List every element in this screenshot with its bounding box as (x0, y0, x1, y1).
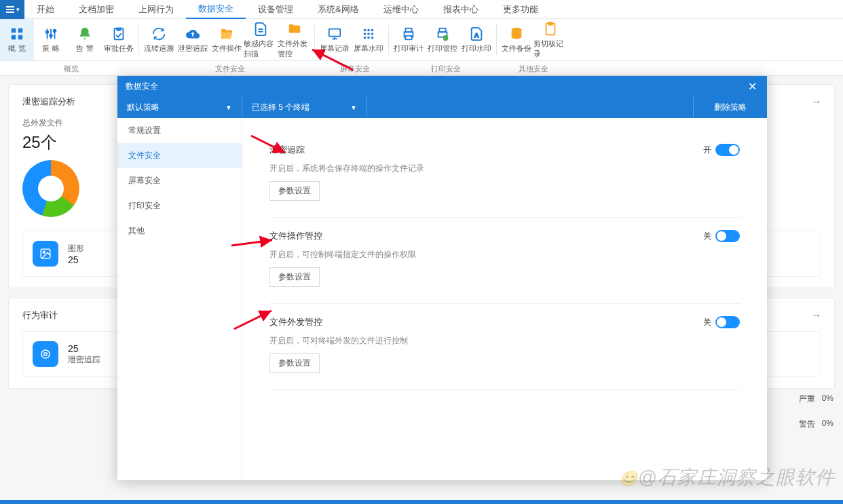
ribbon-label: 文件外发管控 (278, 39, 312, 59)
param-settings-button[interactable]: 参数设置 (269, 267, 320, 287)
ribbon-file-backup[interactable]: 文件备份 (500, 19, 533, 60)
svg-text:A: A (474, 32, 479, 39)
printer-shield-icon (434, 26, 451, 42)
ribbon-label: 策 略 (42, 43, 59, 54)
menu-item-8[interactable]: 更多功能 (491, 0, 550, 19)
right-stats-panel: 严重0%警告0% (799, 393, 833, 444)
sliders-icon (43, 26, 59, 42)
grid-icon (9, 26, 25, 42)
ribbon-label: 打印审计 (394, 43, 424, 54)
svg-point-24 (371, 33, 374, 35)
expand-arrow-icon[interactable]: → (811, 96, 822, 108)
svg-point-27 (371, 37, 374, 39)
ribbon-print-ctrl[interactable]: 打印管控 (426, 19, 460, 60)
ribbon-approval[interactable]: 审批任务 (102, 19, 136, 60)
svg-rect-5 (12, 35, 16, 39)
policy-label: 默认策略 (127, 102, 160, 113)
menu-item-5[interactable]: 系统&网络 (305, 0, 371, 19)
svg-rect-16 (329, 29, 341, 37)
bell-icon (77, 26, 93, 42)
top-menubar: ▾ 开始文档加密上网行为数据安全设备管理系统&网络运维中心报表中心更多功能 (0, 0, 843, 19)
ribbon-alert[interactable]: 告 警 (68, 19, 102, 60)
setting-block-0: 泄密追踪开开启后，系统将会保存终端的操作文件记录参数设置 (269, 132, 740, 218)
modal-title: 数据安全 (126, 81, 158, 92)
ribbon-file-op[interactable]: 文件操作 (210, 19, 244, 60)
svg-rect-30 (405, 36, 411, 40)
ribbon-label: 打印管控 (428, 43, 457, 54)
menu-item-4[interactable]: 设备管理 (246, 0, 305, 19)
menu-item-3[interactable]: 数据安全 (186, 0, 246, 19)
menu-item-6[interactable]: 运维中心 (371, 0, 431, 19)
modal-side-item-4[interactable]: 其他 (117, 218, 242, 244)
modal-side-item-0[interactable]: 常规设置 (117, 118, 242, 143)
param-settings-button[interactable]: 参数设置 (269, 353, 320, 373)
toggle-switch[interactable] (715, 316, 740, 328)
modal-side-item-3[interactable]: 打印安全 (117, 193, 242, 218)
setting-block-1: 文件操作管控关开启后，可控制终端指定文件的操作权限参数设置 (269, 218, 740, 304)
delete-policy-button[interactable]: 删除策略 (693, 96, 767, 118)
policy-dropdown[interactable]: 默认策略 ▼ (117, 96, 242, 118)
svg-rect-3 (12, 28, 16, 33)
modal-subheader: 默认策略 ▼ 已选择 5 个终端 ▼ 删除策略 (117, 96, 767, 118)
close-icon[interactable]: ✕ (745, 80, 759, 93)
menu-item-7[interactable]: 报表中心 (431, 0, 491, 19)
ribbon-label: 剪切板记录 (533, 39, 567, 59)
modal-content: 泄密追踪开开启后，系统将会保存终端的操作文件记录参数设置文件操作管控关开启后，可… (242, 118, 767, 480)
setting-desc: 开启后，系统将会保存终端的操作文件记录 (269, 163, 740, 174)
ribbon-outgoing-ctrl[interactable]: 文件外发管控 (278, 19, 312, 60)
ribbon-label: 审批任务 (104, 43, 134, 54)
svg-point-38 (43, 251, 45, 253)
folder-icon (286, 21, 303, 37)
ribbon-leak-trace[interactable]: 泄密追踪 (176, 19, 210, 60)
menu-item-2[interactable]: 上网行为 (126, 0, 186, 19)
setting-desc: 开启后，可控制终端指定文件的操作权限 (269, 249, 740, 260)
param-settings-button[interactable]: 参数设置 (269, 181, 320, 201)
file-a-icon: A (468, 26, 485, 42)
menu-item-1[interactable]: 文档加密 (67, 0, 126, 19)
ribbon-flow-trace[interactable]: 流转追溯 (142, 19, 176, 60)
svg-rect-29 (405, 28, 411, 33)
ribbon-section-labels: 概览文件安全屏幕安全打印安全其他安全 (0, 61, 843, 76)
section-label: 打印安全 (392, 61, 500, 75)
modal-sidebar: 常规设置文件安全屏幕安全打印安全其他 (117, 118, 242, 480)
app-menu-button[interactable]: ▾ (0, 0, 24, 19)
ribbon-screen-record[interactable]: 屏幕记录 (318, 19, 352, 60)
ribbon-clipboard-log[interactable]: 剪切板记录 (533, 19, 567, 60)
ribbon-label: 屏幕记录 (320, 43, 350, 54)
svg-point-25 (364, 37, 367, 39)
scope-dropdown[interactable]: 已选择 5 个终端 ▼ (242, 96, 367, 118)
modal-side-item-1[interactable]: 文件安全 (117, 143, 242, 168)
ribbon-print-audit[interactable]: 打印审计 (392, 19, 426, 60)
ribbon-label: 屏幕水印 (354, 43, 383, 54)
toggle-switch[interactable] (715, 144, 740, 156)
behavior-value: 25 (68, 343, 100, 354)
toggle-switch[interactable] (715, 230, 740, 242)
expand-arrow-icon[interactable]: → (811, 309, 822, 322)
ribbon-screen-watermark[interactable]: 屏幕水印 (352, 19, 386, 60)
svg-rect-32 (439, 28, 445, 33)
svg-point-23 (367, 33, 370, 35)
ribbon-sensitive-scan[interactable]: 敏感内容扫描 (244, 19, 278, 60)
paste-icon (542, 21, 559, 37)
toggle-state-label: 开 (703, 144, 711, 156)
ribbon-strategy[interactable]: 策 略 (34, 19, 68, 60)
caret-down-icon: ▼ (350, 104, 357, 111)
svg-point-22 (364, 33, 367, 35)
ribbon-print-watermark[interactable]: A打印水印 (460, 19, 493, 60)
svg-rect-6 (18, 35, 22, 39)
svg-point-11 (50, 35, 52, 37)
clipboard-icon (111, 26, 127, 42)
section-label: 屏幕安全 (318, 61, 392, 75)
image-icon (33, 241, 58, 267)
menu-item-0[interactable]: 开始 (24, 0, 67, 19)
toggle-state-label: 关 (703, 317, 711, 328)
ribbon-overview[interactable]: 概 览 (0, 19, 34, 60)
svg-point-26 (367, 37, 370, 39)
ribbon-label: 泄密追踪 (178, 43, 208, 54)
legend-value: 25 (68, 254, 84, 265)
svg-point-12 (54, 30, 56, 33)
setting-title: 泄密追踪 (269, 144, 305, 156)
svg-point-19 (364, 29, 367, 32)
modal-side-item-2[interactable]: 屏幕安全 (117, 168, 242, 193)
section-label: 概览 (0, 61, 142, 75)
